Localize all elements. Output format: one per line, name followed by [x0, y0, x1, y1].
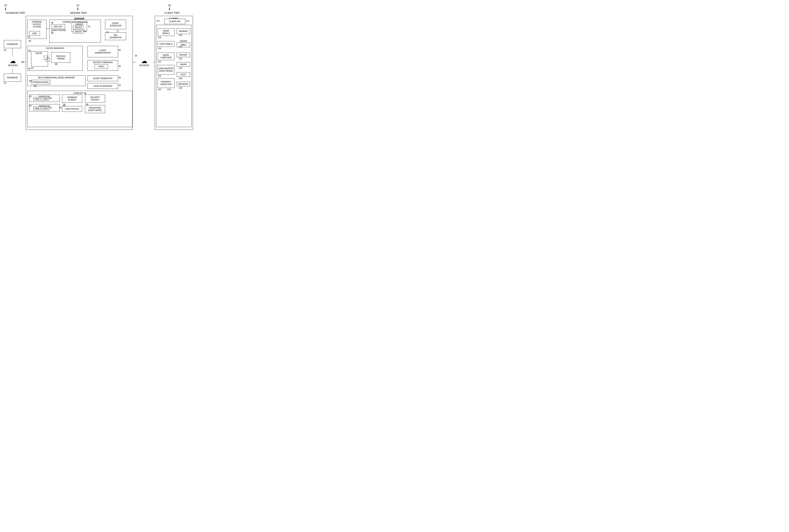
report-label: REPORT	[179, 54, 187, 56]
port1-num2: 58	[49, 97, 52, 99]
qe-label: QUERY ENGINE	[51, 29, 66, 31]
view2b-box: VIEW	[42, 107, 49, 110]
line-server-net-right	[133, 62, 136, 62]
das-box: DATABASEACCESSSYSTEM	[27, 20, 46, 39]
network-right-label: NETWORK	[139, 64, 149, 66]
sql-generator-box: SQLGENERATOR	[105, 33, 126, 40]
line-net-server	[22, 62, 26, 62]
up-client-num: 118	[158, 47, 161, 50]
view-num: 130	[179, 45, 182, 48]
view1b-label: VIEW	[43, 98, 48, 100]
jdbc-label: JDBC	[32, 32, 37, 35]
predef-query-box: PREDEFINEDQUERY MODEL	[85, 105, 105, 113]
db-num-1: 20	[4, 49, 6, 51]
query-scheduler-box: QUERYSCHEDULER	[105, 20, 126, 29]
wizards-label: WIZARDS	[179, 30, 188, 33]
line-das-cm	[46, 28, 49, 29]
pt-num: 94	[55, 63, 57, 65]
query-gen-label: QUERY GENERATOR	[93, 77, 112, 80]
database-box-2: DATABASE	[4, 74, 21, 81]
query-composer-label: QUERYCOMPOSER	[160, 54, 172, 59]
process-thread-box: PROCESSTHREAD	[51, 52, 70, 63]
security-groups-box: SECURITYGROUPS	[85, 95, 105, 102]
line-net-client	[153, 62, 155, 62]
client-tier-group: 16	[168, 4, 171, 10]
sql-generator-label: SQLGENERATOR	[110, 34, 121, 39]
dataset-num: 82	[51, 22, 54, 24]
query-composer-box: QUERYCOMPOSER	[158, 53, 174, 60]
stor-num: 100	[28, 80, 32, 82]
ca-num: 46	[118, 49, 121, 51]
port2-num: 60	[29, 104, 32, 107]
gr-num: 134	[179, 67, 182, 69]
view2a-box: VIEW	[34, 107, 41, 110]
server-tier-number: 14	[76, 4, 79, 7]
user-profile-box: USER PROFILE	[62, 106, 82, 112]
api-num: 112	[186, 20, 189, 22]
user-profile-label: USER PROFILE	[65, 108, 79, 110]
driver2-label: DRIVER	[75, 31, 82, 33]
pivot-box: PIVOT	[177, 72, 190, 77]
db-aliases-box: DATABASEALIASES	[62, 95, 82, 102]
driver2-box: DRIVER	[73, 30, 83, 34]
ap-num: 116	[158, 36, 161, 39]
up-num2: 52	[59, 107, 61, 109]
md-num: 44	[34, 85, 36, 87]
cache-icon2	[46, 58, 50, 61]
database-label-2: DATABASE	[7, 76, 18, 79]
browser-box: BROWSER	[177, 82, 190, 87]
cache-inner-box: CACHE	[31, 51, 48, 66]
das-num: 40	[28, 40, 31, 42]
query-engine-area: QUERY ENGINE 80	[51, 29, 70, 41]
multi-dim-label: MULTI-DIMENSIONAL MODEL MANAGER	[38, 76, 75, 79]
network-num: 18	[21, 61, 24, 63]
query-scheduler-label: QUERYSCHEDULER	[110, 22, 121, 27]
security-groups-label: SECURITYGROUPS	[90, 96, 100, 101]
process-thread-label: PROCESSTHREAD	[56, 55, 65, 60]
up-num: 56	[63, 104, 65, 107]
ua-num: 128	[158, 75, 161, 77]
dataset-box: DATA SET	[51, 24, 65, 29]
rep-num: 132	[179, 57, 182, 60]
network-label: NETWORK	[8, 64, 18, 66]
qg-num: 38	[118, 76, 121, 79]
storage-model-label: STORAGE MODEL	[32, 81, 49, 83]
api-num2: 114	[156, 20, 159, 22]
port2-num2: 58	[49, 107, 52, 109]
pi-num2: 124	[167, 88, 171, 91]
server-tier-group: 14	[76, 4, 79, 10]
database-tier-number: 10	[4, 4, 7, 7]
browser-label: BROWSER	[178, 83, 188, 86]
network-right-cloud-icon: ☁	[141, 58, 147, 64]
cm-num: 42	[28, 49, 31, 52]
tasks-label: TASKS	[98, 65, 104, 68]
graph-label: GRAPH	[180, 63, 187, 66]
catmgr-num: 34	[118, 84, 121, 87]
client-tier-label: CLIENT TIER	[157, 12, 187, 14]
user-adapted-label: USER-ADAPTEDQUERY MODEL	[158, 67, 173, 72]
architecture-diagram: 10 DATABASE TIER 14 SERVER TIER 16 CLIEN…	[4, 4, 193, 129]
security-manager-label: SECURITY MANAGER	[93, 61, 113, 64]
sm-num: 36	[118, 65, 121, 67]
catalog-label: CATALOG	[73, 92, 83, 94]
qc-num: 122	[158, 61, 161, 63]
piv-num: 136	[179, 77, 182, 79]
server-tier-label: SERVER TIER	[59, 12, 97, 14]
view2b-label: VIEW	[43, 107, 48, 110]
view1b-box: VIEW	[42, 97, 49, 100]
client-admin-box: CLIENTADMINISTRATOR	[88, 46, 118, 57]
das-label: DATABASEACCESSSYSTEM	[32, 21, 42, 28]
viewer-label: VIEWER	[177, 40, 190, 42]
cache-num: 92	[31, 67, 34, 69]
view1a-label: VIEW	[35, 98, 40, 100]
client-admin-label: CLIENTADMINISTRATOR	[95, 49, 111, 54]
network-group: ☁ NETWORK	[4, 55, 21, 69]
sql-num: 74	[106, 31, 108, 33]
database-tier-label: DATABASE TIER	[4, 12, 27, 14]
report-box: REPORT	[177, 53, 190, 57]
db-num-2: 20	[4, 82, 6, 84]
cat-num: 32	[84, 92, 86, 94]
graph-box: GRAPH	[177, 62, 190, 67]
qe-num: 80	[51, 32, 53, 34]
view1a-box: VIEW	[34, 97, 41, 100]
